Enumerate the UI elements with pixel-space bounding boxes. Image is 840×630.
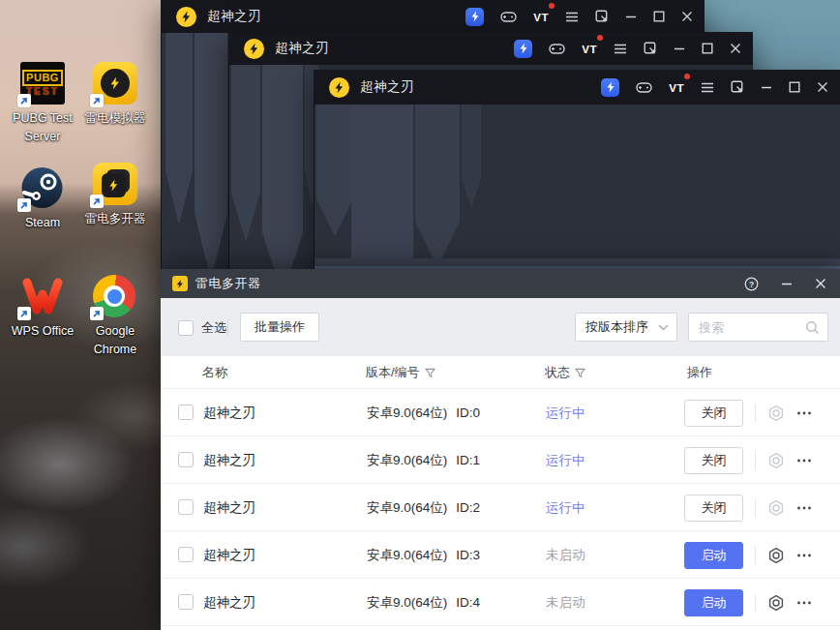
desktop-icon-ldplayer[interactable]: 雷电模拟器 (77, 62, 153, 128)
row-checkbox[interactable] (178, 405, 194, 420)
game-window-titlebar[interactable]: 超神之刃 VT (314, 70, 840, 105)
search-input[interactable] (691, 320, 805, 335)
row-checkbox[interactable] (178, 594, 194, 610)
gamepad-icon[interactable] (500, 11, 517, 23)
game-window-titlebar[interactable]: 超神之刃 VT (228, 32, 753, 65)
row-checkbox[interactable] (178, 499, 194, 515)
close-icon[interactable] (730, 43, 741, 54)
loading-strip (315, 258, 840, 266)
svg-text:?: ? (749, 279, 754, 288)
row-checkbox[interactable] (178, 452, 194, 467)
instance-name: 超神之刃 (203, 484, 255, 531)
maximize-icon[interactable] (789, 81, 800, 93)
popout-window-icon[interactable] (731, 80, 744, 94)
filter-icon[interactable] (575, 368, 585, 378)
desktop-icon-pubg-test-server[interactable]: PUBG TEST PUBG Test Server (5, 62, 80, 147)
vt-icon[interactable]: VT (533, 8, 549, 25)
minimize-icon[interactable] (674, 43, 685, 54)
close-instance-button[interactable]: 关闭 (684, 495, 743, 522)
instance-settings-icon[interactable] (766, 546, 786, 565)
minimize-icon[interactable] (761, 81, 772, 93)
select-all-checkbox[interactable] (178, 320, 194, 336)
start-instance-button[interactable]: 启动 (684, 589, 743, 616)
desktop-icon-google-chrome[interactable]: Google Chrome (77, 275, 153, 360)
select-all-control[interactable]: 全选 (178, 319, 226, 337)
close-icon[interactable] (815, 278, 826, 289)
shortcut-arrow-icon (17, 94, 31, 107)
boost-icon[interactable] (601, 78, 619, 97)
game-window-title: 超神之刃 (360, 78, 414, 96)
row-checkbox[interactable] (178, 547, 194, 562)
more-actions-icon[interactable] (795, 593, 814, 613)
sort-dropdown[interactable]: 按版本排序 (575, 313, 677, 342)
vt-icon[interactable]: VT (669, 78, 684, 96)
game-window-content (314, 105, 840, 270)
game-window-title: 超神之刃 (275, 40, 329, 57)
more-actions-icon[interactable] (795, 498, 814, 518)
close-icon[interactable] (681, 11, 693, 22)
ldplayer-logo-icon (176, 7, 196, 27)
row-divider (755, 594, 756, 612)
more-actions-icon[interactable] (795, 451, 814, 470)
instance-settings-icon[interactable] (766, 451, 786, 470)
boost-icon[interactable] (465, 8, 484, 26)
table-row: 超神之刃 安卓9.0(64位)ID:0 运行中 关闭 (161, 389, 840, 436)
instance-version: 安卓9.0(64位)ID:3 (367, 531, 480, 579)
gamepad-icon[interactable] (636, 81, 652, 94)
menu-icon[interactable] (614, 44, 627, 54)
sort-dropdown-value: 按版本排序 (585, 318, 648, 336)
desktop-icon-ldmultiplayer[interactable]: 雷电多开器 (77, 163, 153, 228)
filter-icon[interactable] (425, 368, 435, 378)
manager-titlebar[interactable]: 雷电多开器 ? (161, 269, 840, 298)
instance-settings-icon[interactable] (766, 593, 786, 613)
popout-window-icon[interactable] (595, 10, 609, 23)
pubg-word: PUBG (22, 70, 63, 86)
shortcut-arrow-icon (17, 198, 31, 212)
maximize-icon[interactable] (653, 11, 665, 22)
shortcut-arrow-icon (90, 94, 104, 107)
status-badge: 未启动 (546, 531, 585, 579)
desktop-icon-label: Steam (5, 214, 80, 232)
popout-window-icon[interactable] (644, 42, 657, 55)
desktop-screen: PUBG TEST PUBG Test Server 雷电模拟器 (0, 0, 840, 630)
close-icon[interactable] (817, 81, 828, 93)
menu-icon[interactable] (701, 82, 714, 93)
desktop-icon-steam[interactable]: Steam (5, 166, 80, 232)
maximize-icon[interactable] (702, 43, 713, 54)
minimize-icon[interactable] (625, 11, 637, 22)
gamepad-icon[interactable] (549, 43, 565, 55)
more-actions-icon[interactable] (795, 404, 814, 423)
instance-settings-icon[interactable] (766, 404, 786, 423)
close-instance-button[interactable]: 关闭 (684, 400, 743, 427)
vt-icon[interactable]: VT (582, 40, 597, 57)
start-instance-button[interactable]: 启动 (684, 542, 743, 569)
boost-icon[interactable] (514, 40, 532, 58)
game-window-titlebar[interactable]: 超神之刃 VT (161, 0, 705, 33)
more-actions-icon[interactable] (795, 546, 814, 565)
multiplayer-manager-window: 雷电多开器 ? 全选 批量操作 按版 (161, 269, 840, 630)
status-badge: 未启动 (546, 579, 585, 626)
menu-icon[interactable] (565, 12, 579, 22)
status-badge: 运行中 (546, 436, 585, 484)
instance-name: 超神之刃 (203, 436, 255, 484)
vt-notification-dot (549, 3, 555, 9)
desktop-icon-wps-office[interactable]: WPS Office (5, 275, 80, 341)
search-box[interactable] (688, 313, 828, 342)
select-all-label: 全选 (201, 319, 226, 337)
manager-title: 雷电多开器 (195, 275, 261, 292)
game-window-title: 超神之刃 (207, 8, 261, 25)
column-header-version: 版本/编号 (366, 356, 435, 389)
desktop-icon-label: WPS Office (5, 322, 80, 341)
batch-operations-button[interactable]: 批量操作 (240, 313, 319, 342)
ldplayer-logo-icon (329, 77, 349, 98)
instance-settings-icon[interactable] (766, 498, 786, 518)
help-icon[interactable]: ? (744, 277, 759, 291)
row-divider (755, 405, 756, 422)
vt-notification-dot (597, 35, 603, 41)
row-divider (755, 452, 756, 469)
toolbar-divider (227, 319, 228, 336)
close-instance-button[interactable]: 关闭 (684, 447, 743, 474)
minimize-icon[interactable] (781, 278, 793, 289)
instance-version: 安卓9.0(64位)ID:2 (367, 484, 480, 531)
instance-name: 超神之刃 (203, 531, 255, 579)
